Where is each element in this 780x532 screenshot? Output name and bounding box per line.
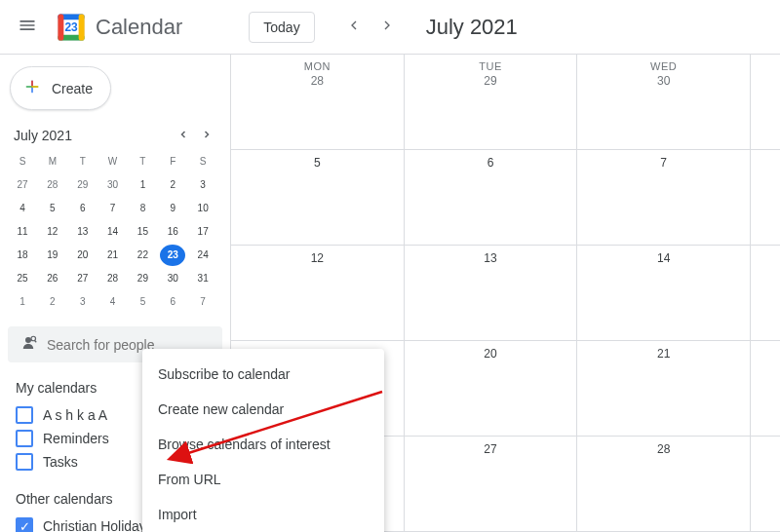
day-number: 28 [577, 442, 750, 456]
calendar-checkbox[interactable] [16, 406, 33, 424]
day-cell[interactable]: 6 [405, 150, 578, 246]
mini-day[interactable]: 6 [70, 198, 96, 219]
day-number: 6 [405, 156, 577, 170]
mini-day[interactable]: 5 [130, 291, 155, 313]
mini-day[interactable]: 29 [130, 268, 155, 289]
app-name: Calendar [96, 15, 182, 40]
prev-period-button[interactable] [338, 10, 370, 44]
day-cell-edge [751, 437, 780, 532]
mini-day[interactable]: 20 [70, 245, 96, 266]
mini-dow: T [130, 151, 155, 172]
day-number: 7 [577, 156, 750, 170]
day-cell[interactable]: 20 [405, 341, 578, 437]
mini-day[interactable]: 26 [40, 268, 65, 289]
day-cell[interactable]: 12 [231, 246, 405, 341]
mini-day[interactable]: 3 [190, 174, 215, 196]
mini-day[interactable]: 25 [10, 268, 35, 289]
mini-day[interactable]: 19 [40, 245, 65, 266]
plus-icon [22, 77, 42, 99]
mini-day[interactable]: 23 [160, 245, 185, 266]
mini-day[interactable]: 31 [190, 268, 215, 289]
day-number: 28 [231, 74, 404, 88]
popup-item[interactable]: From URL [142, 462, 384, 497]
mini-day[interactable]: 24 [190, 245, 215, 266]
mini-day[interactable]: 30 [160, 268, 185, 289]
next-period-button[interactable] [371, 10, 403, 44]
day-cell-edge [751, 341, 780, 437]
mini-day[interactable]: 29 [70, 174, 96, 196]
current-period-title: July 2021 [426, 15, 518, 40]
day-cell-edge [751, 55, 780, 150]
mini-day[interactable]: 27 [10, 174, 35, 196]
popup-item[interactable]: Subscribe to calendar [142, 357, 384, 392]
mini-day[interactable]: 6 [160, 291, 185, 313]
mini-dow: F [160, 151, 185, 172]
mini-day[interactable]: 4 [10, 198, 35, 219]
mini-day[interactable]: 28 [100, 268, 126, 289]
calendar-checkbox[interactable] [16, 517, 33, 532]
mini-day[interactable]: 28 [40, 174, 65, 196]
mini-day[interactable]: 9 [160, 198, 185, 219]
mini-day[interactable]: 27 [70, 268, 96, 289]
mini-day[interactable]: 13 [70, 221, 96, 243]
day-cell[interactable]: 21 [577, 341, 751, 437]
calendar-label: A s h k a A [43, 407, 107, 423]
svg-text:23: 23 [64, 20, 78, 34]
calendar-label: Christian Holidays [43, 518, 153, 532]
mini-day[interactable]: 2 [160, 174, 185, 196]
day-cell[interactable]: 27 [405, 437, 578, 532]
mini-day[interactable]: 17 [190, 221, 215, 243]
popup-item[interactable]: Import [142, 497, 384, 532]
today-button[interactable]: Today [249, 12, 314, 43]
day-cell[interactable]: 14 [577, 246, 751, 341]
mini-day[interactable]: 22 [130, 245, 155, 266]
mini-dow: M [40, 151, 65, 172]
mini-day[interactable]: 11 [10, 221, 35, 243]
svg-rect-4 [58, 14, 63, 40]
mini-day[interactable]: 21 [100, 245, 126, 266]
mini-dow: W [100, 151, 126, 172]
create-button-label: Create [52, 81, 93, 96]
mini-dow: T [70, 151, 96, 172]
popup-item[interactable]: Browse calendars of interest [142, 427, 384, 462]
mini-day[interactable]: 4 [100, 291, 126, 313]
mini-prev-button[interactable] [172, 124, 195, 147]
calendar-label: Tasks [43, 454, 78, 470]
popup-item[interactable]: Create new calendar [142, 392, 384, 427]
calendar-checkbox[interactable] [16, 430, 33, 447]
calendar-checkbox[interactable] [16, 453, 33, 471]
mini-day[interactable]: 1 [130, 174, 155, 196]
day-cell[interactable]: MON28 [231, 55, 405, 150]
day-cell[interactable]: 28 [577, 437, 751, 532]
mini-calendar[interactable]: SMTWTFS272829301234567891011121314151617… [8, 151, 222, 313]
mini-day[interactable]: 5 [40, 198, 65, 219]
mini-day[interactable]: 14 [100, 221, 126, 243]
calendar-logo-icon: 23 [55, 11, 88, 44]
mini-day[interactable]: 12 [40, 221, 65, 243]
mini-day[interactable]: 16 [160, 221, 185, 243]
mini-day[interactable]: 10 [190, 198, 215, 219]
day-cell[interactable]: WED30 [577, 55, 751, 150]
mini-day[interactable]: 1 [10, 291, 35, 313]
mini-day[interactable]: 7 [100, 198, 126, 219]
menu-icon[interactable] [8, 6, 47, 48]
mini-day[interactable]: 7 [190, 291, 215, 313]
create-button[interactable]: Create [10, 66, 111, 110]
day-number: 12 [231, 251, 404, 265]
mini-next-button[interactable] [195, 124, 218, 147]
day-number: 13 [405, 251, 577, 265]
day-cell[interactable]: 13 [405, 246, 578, 341]
mini-day[interactable]: 30 [100, 174, 126, 196]
mini-day[interactable]: 15 [130, 221, 155, 243]
nav-arrows [338, 10, 403, 44]
day-cell[interactable]: 7 [577, 150, 751, 246]
mini-day[interactable]: 8 [130, 198, 155, 219]
mini-day[interactable]: 2 [40, 291, 65, 313]
app-logo[interactable]: 23 Calendar [55, 11, 182, 44]
mini-day[interactable]: 18 [10, 245, 35, 266]
day-cell[interactable]: 5 [231, 150, 405, 246]
mini-day[interactable]: 3 [70, 291, 96, 313]
day-number: 21 [577, 347, 750, 361]
day-cell[interactable]: TUE29 [405, 55, 578, 150]
mini-dow: S [10, 151, 35, 172]
